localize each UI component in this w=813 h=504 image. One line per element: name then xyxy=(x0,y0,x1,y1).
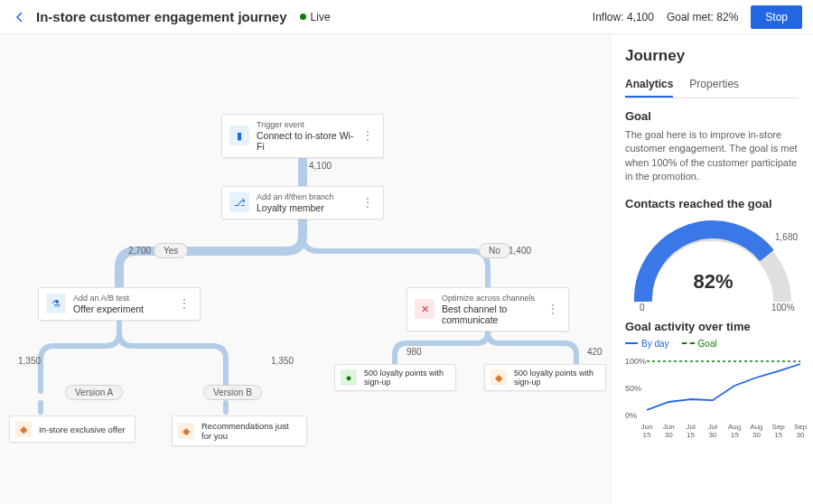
gauge-max-label: 100% xyxy=(771,303,795,313)
flask-icon: ⚗ xyxy=(46,294,66,313)
node-menu-button[interactable]: ⋮ xyxy=(176,296,192,311)
count-no: 1,400 xyxy=(509,246,531,256)
status-dot-icon xyxy=(300,14,306,20)
x-tick: Sep30 xyxy=(790,424,811,440)
x-tick: Sep15 xyxy=(768,424,790,440)
side-panel: Journey Analytics Properties Goal The go… xyxy=(610,34,813,504)
message-icon: ◆ xyxy=(491,369,507,386)
wifi-icon: ▮ xyxy=(229,126,249,145)
tab-analytics[interactable]: Analytics xyxy=(625,72,673,98)
node-exclusive-offer[interactable]: ◆ In-store exclusive offer xyxy=(9,415,136,443)
goal-description: The goal here is to improve in-store cus… xyxy=(625,128,799,184)
version-b-pill: Version B xyxy=(203,385,262,400)
legend-byday: By day xyxy=(625,339,669,349)
goal-heading: Goal xyxy=(625,109,799,123)
goal-gauge: 82% 0 100% 1,680 xyxy=(625,216,801,311)
status-text: Live xyxy=(311,11,331,23)
channels-icon: ✕ xyxy=(415,299,435,319)
node-recommendations[interactable]: ◆ Recommendations just for you xyxy=(172,415,307,446)
count-version-b: 1,350 xyxy=(271,356,294,366)
branch-icon: ⎇ xyxy=(229,192,249,212)
node-menu-button[interactable]: ⋮ xyxy=(360,195,376,210)
goal-met-metric: Goal met: 82% xyxy=(667,11,738,23)
count-channel-2: 420 xyxy=(587,347,603,357)
count-yes: 2,700 xyxy=(128,246,151,256)
x-tick: Aug15 xyxy=(724,424,745,440)
chat-icon: ● xyxy=(341,369,357,386)
x-tick: Jul30 xyxy=(702,424,724,440)
stop-button[interactable]: Stop xyxy=(751,5,802,29)
journey-canvas[interactable]: ▮ Trigger event Connect to in-store Wi-F… xyxy=(0,34,610,504)
node-optimize-channels[interactable]: ✕ Optimize across channels Best channel … xyxy=(406,287,569,331)
node-trigger-event[interactable]: ▮ Trigger event Connect to in-store Wi-F… xyxy=(221,114,384,158)
offer-icon: ◆ xyxy=(15,421,32,437)
page-title: In-store customer engagement journey xyxy=(36,9,287,24)
goal-activity-chart: 100% 50% 0% Jun15Jun30Jul15Jul30Aug15Aug… xyxy=(625,354,801,440)
branch-no-pill: No xyxy=(479,243,510,258)
x-tick: Jun15 xyxy=(636,424,658,440)
node-branch-loyalty[interactable]: ⎇ Add an if/then branch Loyalty member ⋮ xyxy=(221,186,384,219)
legend-goal: Goal xyxy=(682,339,717,349)
version-a-pill: Version A xyxy=(65,385,123,400)
back-button[interactable] xyxy=(11,8,29,26)
node-menu-button[interactable]: ⋮ xyxy=(360,128,376,143)
arrow-left-icon xyxy=(14,11,26,23)
node-ab-test[interactable]: ⚗ Add an A/B test Offer experiment ⋮ xyxy=(38,287,201,321)
panel-title: Journey xyxy=(625,47,799,65)
gauge-min-label: 0 xyxy=(640,303,645,313)
branch-yes-pill: Yes xyxy=(154,243,188,258)
gauge-value-label: 1,680 xyxy=(775,232,798,242)
node-loyalty-points-1[interactable]: ● 500 loyalty points with sign-up xyxy=(334,364,456,391)
count-channel-1: 980 xyxy=(406,347,422,357)
header-bar: In-store customer engagement journey Liv… xyxy=(0,0,813,34)
gauge-percent: 82% xyxy=(625,270,801,294)
x-tick: Jul15 xyxy=(680,424,702,440)
inflow-metric: Inflow: 4,100 xyxy=(593,11,654,23)
x-tick: Aug30 xyxy=(745,424,767,440)
count-version-a: 1,350 xyxy=(18,356,41,366)
contacts-heading: Contacts reached the goal xyxy=(625,197,799,210)
activity-heading: Goal activity over time xyxy=(625,320,799,333)
tabs: Analytics Properties xyxy=(625,72,799,98)
x-tick: Jun30 xyxy=(658,424,679,440)
chart-legend: By day Goal xyxy=(625,339,799,349)
status-badge: Live xyxy=(300,11,331,23)
node-loyalty-points-2[interactable]: ◆ 500 loyalty points with sign-up xyxy=(484,364,606,391)
count-inflow: 4,100 xyxy=(309,161,332,171)
node-menu-button[interactable]: ⋮ xyxy=(545,302,561,316)
tab-properties[interactable]: Properties xyxy=(689,72,739,98)
recommend-icon: ◆ xyxy=(178,423,194,439)
